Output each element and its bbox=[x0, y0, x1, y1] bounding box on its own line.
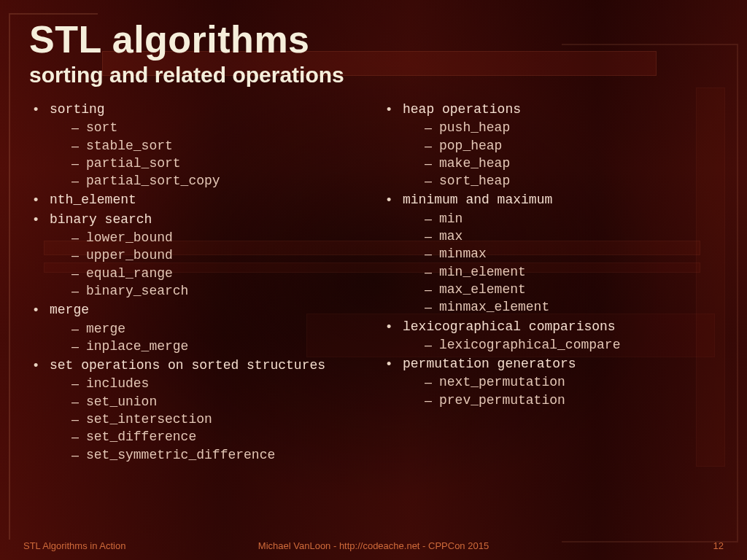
footer-center: Michael VanLoon - http://codeache.net - … bbox=[0, 540, 747, 551]
sub-item: max_element bbox=[422, 281, 718, 298]
column-right: heap operations push_heap pop_heap make_… bbox=[382, 101, 718, 465]
content-columns: sorting sort stable_sort partial_sort pa… bbox=[29, 101, 718, 465]
sub-item: upper_bound bbox=[69, 246, 365, 264]
slide: STL algorithms sorting and related opera… bbox=[0, 0, 747, 560]
sub-item: set_union bbox=[69, 393, 365, 411]
list-item: heap operations push_heap pop_heap make_… bbox=[382, 101, 718, 190]
list-item: merge merge inplace_merge bbox=[29, 301, 365, 355]
sub-item: make_heap bbox=[422, 155, 718, 172]
list-item: set operations on sorted structures incl… bbox=[29, 357, 365, 464]
item-label: binary search bbox=[50, 212, 152, 227]
sub-item: min_element bbox=[422, 263, 718, 281]
slide-subtitle: sorting and related operations bbox=[29, 63, 718, 88]
list-item: nth_element bbox=[29, 191, 365, 209]
sub-item: partial_sort bbox=[69, 155, 365, 172]
item-label: merge bbox=[50, 303, 89, 317]
sub-item: includes bbox=[69, 375, 365, 392]
sub-item: sort_heap bbox=[422, 172, 718, 190]
column-left: sorting sort stable_sort partial_sort pa… bbox=[29, 101, 365, 465]
item-label: heap operations bbox=[403, 102, 521, 117]
sub-item: set_intersection bbox=[69, 411, 365, 428]
item-label: lexicographical comparisons bbox=[403, 319, 616, 334]
sub-item: lower_bound bbox=[69, 229, 365, 246]
sub-item: stable_sort bbox=[69, 137, 365, 155]
sub-item: next_permutation bbox=[422, 373, 718, 391]
slide-footer: STL Algorithms in Action Michael VanLoon… bbox=[0, 540, 747, 551]
sub-item: sort bbox=[69, 119, 365, 136]
sub-item: lexicographical_compare bbox=[422, 336, 718, 354]
sub-item: merge bbox=[69, 320, 365, 338]
item-label: set operations on sorted structures bbox=[50, 358, 325, 373]
sub-item: pop_heap bbox=[422, 137, 718, 155]
sub-item: equal_range bbox=[69, 265, 365, 282]
sub-item: prev_permutation bbox=[422, 392, 718, 409]
item-label: sorting bbox=[50, 102, 105, 117]
item-label: minimum and maximum bbox=[403, 192, 552, 207]
sub-item: set_symmetric_difference bbox=[69, 446, 365, 464]
sub-item: inplace_merge bbox=[69, 338, 365, 355]
list-item: binary search lower_bound upper_bound eq… bbox=[29, 211, 365, 300]
list-item: sorting sort stable_sort partial_sort pa… bbox=[29, 101, 365, 190]
sub-item: minmax_element bbox=[422, 298, 718, 316]
sub-item: binary_search bbox=[69, 282, 365, 300]
sub-item: set_difference bbox=[69, 428, 365, 446]
list-item: permutation generators next_permutation … bbox=[382, 355, 718, 409]
sub-item: max bbox=[422, 228, 718, 245]
item-label: nth_element bbox=[50, 192, 136, 207]
sub-item: push_heap bbox=[422, 119, 718, 136]
slide-title: STL algorithms bbox=[29, 18, 718, 61]
list-item: lexicographical comparisons lexicographi… bbox=[382, 318, 718, 354]
list-item: minimum and maximum min max minmax min_e… bbox=[382, 191, 718, 316]
sub-item: partial_sort_copy bbox=[69, 172, 365, 190]
sub-item: min bbox=[422, 210, 718, 228]
sub-item: minmax bbox=[422, 245, 718, 262]
item-label: permutation generators bbox=[403, 357, 576, 371]
